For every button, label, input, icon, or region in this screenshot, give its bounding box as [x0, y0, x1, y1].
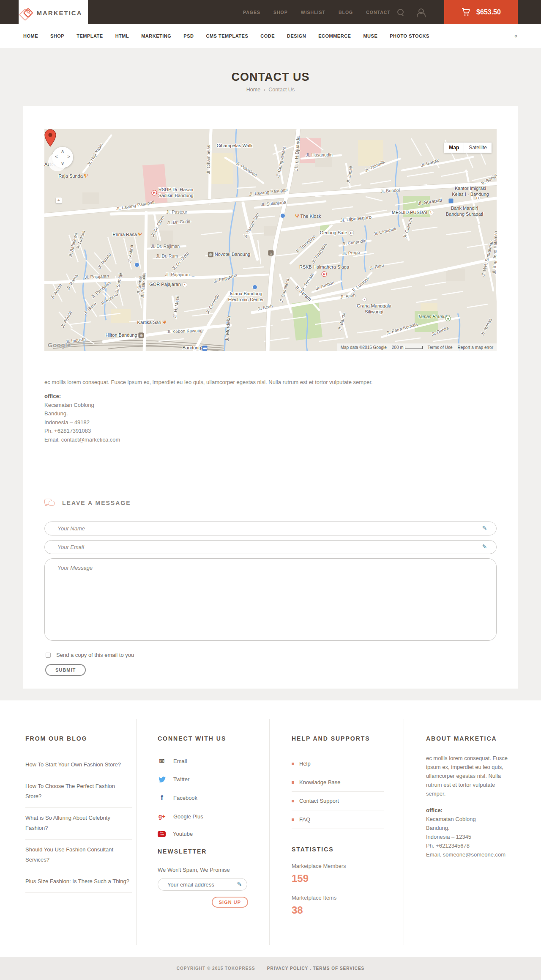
submit-button[interactable]: SUBMIT [45, 664, 86, 676]
menu-item-photo-stocks[interactable]: PHOTO STOCKS [390, 33, 429, 38]
social-link-twitter[interactable]: Twitter [158, 776, 248, 782]
footer-blog-heading: FROM OUR BLOG [25, 700, 132, 742]
blog-post-link[interactable]: How To Start Your Own Fashion Store? [25, 755, 132, 776]
office-address-block: office: Kecamatan CoblongBandung.Indones… [44, 392, 497, 444]
menu-more-chevron-icon[interactable]: » [513, 34, 519, 37]
map-zoom-in-button[interactable]: + [56, 198, 62, 203]
pan-left-icon[interactable]: < [55, 154, 57, 159]
page-hero: CONTACT US Home › Contact Us [0, 48, 541, 106]
footer: FROM OUR BLOG How To Start Your Own Fash… [0, 700, 541, 957]
office-label: office: [44, 392, 497, 401]
cart-button[interactable]: $653.50 [444, 0, 518, 24]
location-pin-icon[interactable] [44, 129, 56, 148]
dot-icon: ▪ [362, 297, 367, 302]
category-menu: HOMESHOPTEMPLATEHTMLMARKETINGPSDCMS TEMP… [23, 33, 515, 38]
search-icon[interactable] [397, 9, 404, 16]
office-address-lines: Kecamatan CoblongBandung.Indonesia – 491… [44, 401, 497, 445]
blog-post-link[interactable]: Plus Size Fashion: Is There Such a Thing… [25, 871, 132, 893]
footer-connect-column: CONNECT WITH US ✉EmailTwitterfFacebookg+… [158, 700, 248, 908]
pan-down-icon[interactable]: ∨ [61, 161, 64, 166]
help-link-contact-support[interactable]: Contact Support [292, 792, 384, 810]
footer-divider [404, 719, 404, 945]
menu-item-cms-templates[interactable]: CMS TEMPLATES [206, 33, 248, 38]
menu-item-psd[interactable]: PSD [183, 33, 194, 38]
header-nav-contact[interactable]: CONTACT [366, 10, 391, 15]
blog-post-link[interactable]: What is So Alluring About Celebrity Fash… [25, 808, 132, 840]
gplus-icon: g+ [158, 813, 166, 820]
report-map-error-link[interactable]: Report a map error [458, 345, 493, 350]
blog-post-link[interactable]: How To Choose The Perfect Fashion Store? [25, 776, 132, 808]
menu-item-code[interactable]: CODE [260, 33, 275, 38]
breadcrumb-home-link[interactable]: Home [246, 87, 260, 93]
social-link-youtube[interactable]: You TubeYoutube [158, 831, 248, 837]
footer-help-heading: HELP AND SUPPORTS [292, 700, 384, 742]
hotel-icon: ⌂ [268, 250, 274, 256]
send-copy-checkbox[interactable] [46, 653, 51, 658]
send-copy-label: Send a copy of this email to you [56, 652, 134, 658]
address-line: Indonesia – 49182 [44, 418, 497, 427]
menu-item-shop[interactable]: SHOP [50, 33, 64, 38]
menu-item-marketing[interactable]: MARKETING [141, 33, 171, 38]
page-title: CONTACT US [0, 71, 541, 84]
page: MARKETICA PAGESSHOPWISHLISTBLOGCONTACT $… [0, 0, 541, 980]
contact-intro-text: ec mollis lorem consequat. Fusce ipsum e… [44, 378, 497, 387]
footer-divider [269, 719, 270, 945]
stat-item: Marketplace Items38 [292, 895, 384, 916]
help-link-knowladge-base[interactable]: Knowladge Base [292, 773, 384, 792]
form-heading: LEAVE A MESSAGE [62, 500, 131, 506]
header: MARKETICA PAGESSHOPWISHLISTBLOGCONTACT $… [0, 0, 541, 24]
office-label: office: [426, 806, 509, 815]
brand-logo[interactable]: MARKETICA [19, 0, 88, 26]
user-account-icon[interactable] [417, 8, 424, 16]
menu-item-home[interactable]: HOME [23, 33, 38, 38]
menu-item-html[interactable]: HTML [115, 33, 129, 38]
send-copy-row: Send a copy of this email to you [44, 652, 497, 658]
name-input[interactable] [44, 522, 497, 535]
social-link-gplus[interactable]: g+Google Plus [158, 813, 248, 820]
breadcrumb: Home › Contact Us [0, 87, 541, 93]
signup-button[interactable]: SIGN UP [212, 897, 248, 908]
stat-value: 159 [292, 873, 384, 884]
section-divider [23, 463, 518, 463]
social-link-facebook[interactable]: fFacebook [158, 793, 248, 802]
privacy-policy-link[interactable]: PRIVACY POLICY [267, 966, 308, 971]
help-link-help[interactable]: Help [292, 755, 384, 773]
address-line: Kecamatan Coblong [426, 815, 509, 824]
header-nav-shop[interactable]: SHOP [273, 10, 288, 15]
newsletter-email-input[interactable] [158, 878, 247, 891]
header-nav-wishlist[interactable]: WISHLIST [301, 10, 325, 15]
map-type-toggle: Map Satellite [444, 143, 492, 153]
help-label: Contact Support [299, 798, 339, 804]
bullet-icon [292, 800, 294, 802]
header-nav-blog[interactable]: BLOG [339, 10, 353, 15]
map-type-map-button[interactable]: Map [444, 143, 464, 153]
terms-of-use-link[interactable]: Terms of Use [428, 345, 453, 350]
pan-up-icon[interactable]: ∧ [61, 148, 64, 154]
menu-item-template[interactable]: TEMPLATE [77, 33, 103, 38]
map-type-satellite-button[interactable]: Satellite [464, 143, 492, 153]
footer-help-column: HELP AND SUPPORTS HelpKnowladge BaseCont… [292, 700, 384, 916]
facebook-icon: f [158, 793, 166, 802]
social-link-email[interactable]: ✉Email [158, 757, 248, 765]
message-textarea[interactable] [44, 558, 497, 641]
blog-post-link[interactable]: Should You Use Fashion Consultant Servic… [25, 840, 132, 871]
hospital-icon: H [322, 272, 327, 277]
breadcrumb-current: Contact Us [268, 87, 295, 93]
pan-right-icon[interactable]: > [68, 154, 70, 159]
menu-item-ecommerce[interactable]: ECOMMERCE [318, 33, 351, 38]
social-label: Google Plus [173, 813, 203, 820]
help-label: Knowladge Base [299, 779, 341, 785]
help-link-faq[interactable]: FAQ [292, 810, 384, 829]
terms-of-services-link[interactable]: TERMS OF SERVICES [313, 966, 364, 971]
header-nav-pages[interactable]: PAGES [243, 10, 260, 15]
stat-value: 38 [292, 904, 384, 916]
menu-item-design[interactable]: DESIGN [287, 33, 306, 38]
email-input[interactable] [44, 540, 497, 554]
address-line: Bandung. [44, 409, 497, 418]
footer-about-heading: ABOUT MARKETICA [426, 700, 509, 742]
google-map[interactable]: Jl. Layang PasupatiJl. Layang PasupatiJl… [44, 129, 497, 351]
address-line: Bandung. [426, 824, 509, 832]
menu-item-muse[interactable]: MUSE [363, 33, 377, 38]
map-pan-control[interactable]: ∧ ∨ < > [52, 147, 73, 168]
park-icon: ♣ [445, 316, 451, 321]
